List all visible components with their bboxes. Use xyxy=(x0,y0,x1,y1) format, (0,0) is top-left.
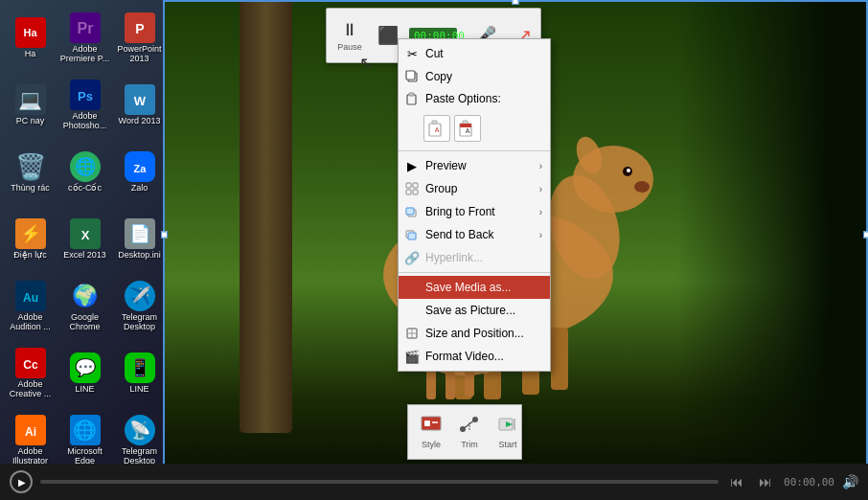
desktop-icon-coccoc[interactable]: 🌐 cốc-Cốc xyxy=(58,140,111,205)
desktop-icon-ha[interactable]: Ha Ha xyxy=(4,6,57,71)
save-media-icon xyxy=(404,280,420,295)
menu-item-copy[interactable]: Copy xyxy=(399,65,550,88)
premiere-label: Adobe Premiere P... xyxy=(60,45,110,64)
chrome-icon: 🌍 xyxy=(70,281,101,311)
audition-label: Adobe Audition ... xyxy=(6,313,56,332)
paste-options-label: Paste Options: xyxy=(425,92,542,105)
start-label: Start xyxy=(498,440,516,449)
desktop-icon-photoshop[interactable]: Ps Adobe Photosho... xyxy=(58,73,111,138)
svg-rect-45 xyxy=(432,121,437,124)
svg-text:Cc: Cc xyxy=(23,358,38,372)
desktop-icons-area: Ha Ha Pr Adobe Premiere P... P PowerPoin… xyxy=(0,0,168,469)
desktop-icon-creative[interactable]: Cc Adobe Creative ... xyxy=(4,341,57,406)
menu-item-group[interactable]: Group › xyxy=(399,177,550,200)
svg-rect-31 xyxy=(551,328,568,390)
context-menu: ✂ Cut Copy Paste Options: A A ▶ Preview xyxy=(398,38,551,372)
desktop-icon-audition[interactable]: Au Adobe Audition ... xyxy=(4,274,57,339)
photoshop-icon: Ps xyxy=(70,80,101,110)
desktop-icon-telegram[interactable]: ✈️ Telegram Desktop xyxy=(113,274,166,339)
pcnay-label: PC nay xyxy=(16,117,45,126)
desktop-icon-recyclebin[interactable]: 🗑️ Thùng rác xyxy=(4,140,57,205)
svg-rect-48 xyxy=(463,121,468,124)
line2-icon: 📱 xyxy=(125,352,155,383)
coccoc-label: cốc-Cốc xyxy=(68,184,102,193)
desktop-icon-excel[interactable]: X Excel 2013 xyxy=(58,207,111,272)
save-media-label: Save Media as... xyxy=(425,281,542,294)
menu-item-send-to-back[interactable]: Send to Back › xyxy=(399,223,550,246)
svg-text:A: A xyxy=(435,126,440,133)
copy-icon xyxy=(404,69,420,84)
copy-label: Copy xyxy=(425,70,542,83)
volume-button[interactable]: 🔊 xyxy=(842,474,858,489)
svg-rect-63 xyxy=(424,420,430,426)
pcnay-icon: 💻 xyxy=(15,84,46,115)
svg-text:Za: Za xyxy=(133,163,147,174)
format-video-icon: 🎬 xyxy=(404,349,420,364)
menu-item-format-video[interactable]: 🎬 Format Video... xyxy=(399,345,550,368)
skip-back-button[interactable]: ⏮ xyxy=(726,472,747,491)
line-label: LINE xyxy=(75,385,94,395)
audition-icon: Au xyxy=(15,281,46,311)
menu-item-preview[interactable]: ▶ Preview › xyxy=(399,154,550,177)
svg-rect-43 xyxy=(409,93,414,96)
paste-keep-source-btn[interactable]: A xyxy=(423,115,450,142)
svg-point-23 xyxy=(627,169,630,172)
play-icon: ▶ xyxy=(18,477,26,488)
recyclebin-label: Thùng rác xyxy=(11,184,50,193)
desktop-icon-line2[interactable]: 📱 LINE xyxy=(113,341,166,406)
trim-button[interactable]: Trim xyxy=(452,414,487,451)
desktop-icon-powerpoint[interactable]: P PowerPoint 2013 xyxy=(113,6,166,71)
bring-front-icon xyxy=(404,204,420,219)
progress-bar[interactable] xyxy=(40,480,719,484)
desktop-icon-word[interactable]: W Word 2013 xyxy=(113,73,166,138)
send-back-arrow: › xyxy=(539,230,542,240)
premiere-icon: Pr xyxy=(70,12,101,43)
desktop-icon-chrome[interactable]: 🌍 Google Chrome xyxy=(58,274,111,339)
skip-forward-button[interactable]: ⏭ xyxy=(755,472,776,491)
svg-rect-41 xyxy=(406,71,415,80)
svg-text:Ps: Ps xyxy=(78,89,93,103)
svg-text:P: P xyxy=(135,21,144,36)
desktop-icon-dien-luc[interactable]: ⚡ Điện lực xyxy=(4,207,57,272)
desktop-icon-zalo[interactable]: Za Zalo xyxy=(113,140,166,205)
start-button[interactable]: Start xyxy=(491,414,525,451)
paste-dest-theme-btn[interactable]: A xyxy=(454,115,481,142)
desktop-icon-line[interactable]: 💬 LINE xyxy=(58,341,111,406)
cut-icon: ✂ xyxy=(404,46,420,61)
excel-icon: X xyxy=(70,218,101,249)
desktop-icon-premiere[interactable]: Pr Adobe Premiere P... xyxy=(58,6,111,71)
desktop-icon-pcnay[interactable]: 💻 PC nay xyxy=(4,73,57,138)
pause-icon: ⏸ xyxy=(341,20,358,40)
size-position-icon xyxy=(404,326,420,341)
svg-text:W: W xyxy=(133,94,146,108)
svg-text:Au: Au xyxy=(23,291,38,305)
play-button[interactable]: ▶ xyxy=(10,470,33,493)
menu-item-bring-to-front[interactable]: Bring to Front › xyxy=(399,200,550,223)
line-icon: 💬 xyxy=(70,352,101,383)
preview-icon: ▶ xyxy=(404,158,420,173)
desktopini-label: Desktop.ini xyxy=(118,251,161,261)
hyperlink-icon: 🔗 xyxy=(404,250,420,265)
trim-label: Trim xyxy=(461,440,478,449)
save-picture-icon xyxy=(404,303,420,318)
player-time: 00:00,00 xyxy=(784,476,834,489)
coccoc-icon: 🌐 xyxy=(70,151,101,182)
style-button[interactable]: Style xyxy=(414,414,448,451)
ha-icon: Ha xyxy=(15,17,46,48)
svg-rect-52 xyxy=(413,183,418,188)
menu-item-save-picture[interactable]: Save as Picture... xyxy=(399,299,550,322)
svg-rect-53 xyxy=(406,190,411,194)
menu-item-cut[interactable]: ✂ Cut xyxy=(399,42,550,65)
send-back-icon xyxy=(404,227,420,242)
bottom-toolbar: Style Trim Start xyxy=(407,404,522,460)
menu-item-save-media[interactable]: Save Media as... xyxy=(399,276,550,299)
desktop-icon-desktopini[interactable]: 📄 Desktop.ini xyxy=(113,207,166,272)
pause-button[interactable]: ⏸ Pause xyxy=(332,18,367,54)
svg-rect-51 xyxy=(406,183,411,188)
svg-point-66 xyxy=(460,426,466,432)
menu-item-paste-options: Paste Options: A A xyxy=(399,88,550,148)
dienluc-label: Điện lực xyxy=(13,251,47,261)
menu-item-size-position[interactable]: Size and Position... xyxy=(399,322,550,345)
zalo-icon: Za xyxy=(125,151,155,182)
hyperlink-label: Hyperlink... xyxy=(425,251,542,264)
